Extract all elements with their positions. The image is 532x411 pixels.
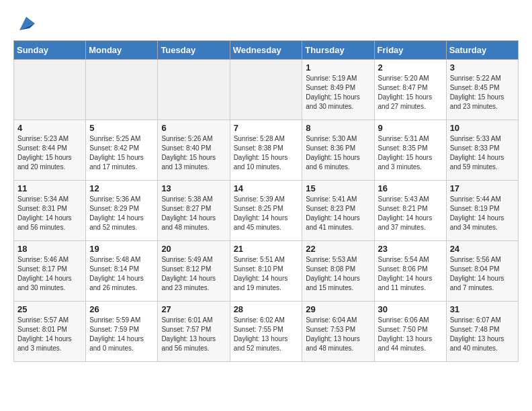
day-cell: 28Sunrise: 6:02 AM Sunset: 7:55 PM Dayli…	[230, 302, 302, 362]
day-number: 22	[306, 244, 370, 254]
day-cell: 6Sunrise: 5:26 AM Sunset: 8:40 PM Daylig…	[158, 120, 230, 181]
day-number: 19	[89, 244, 154, 254]
day-number: 17	[450, 183, 515, 193]
day-number: 5	[89, 123, 154, 133]
day-cell: 14Sunrise: 5:39 AM Sunset: 8:25 PM Dayli…	[230, 181, 302, 241]
day-info: Sunrise: 6:02 AM Sunset: 7:55 PM Dayligh…	[234, 316, 299, 353]
day-number: 6	[161, 123, 226, 133]
day-cell: 21Sunrise: 5:51 AM Sunset: 8:10 PM Dayli…	[230, 241, 302, 302]
weekday-header-friday: Friday	[374, 41, 446, 60]
day-cell	[86, 60, 158, 120]
day-cell: 11Sunrise: 5:34 AM Sunset: 8:31 PM Dayli…	[14, 181, 86, 241]
day-cell: 8Sunrise: 5:30 AM Sunset: 8:36 PM Daylig…	[302, 120, 374, 181]
weekday-header-sunday: Sunday	[14, 41, 86, 60]
day-number: 29	[306, 304, 370, 314]
day-number: 23	[378, 244, 443, 254]
day-info: Sunrise: 5:44 AM Sunset: 8:19 PM Dayligh…	[450, 195, 515, 232]
day-info: Sunrise: 5:25 AM Sunset: 8:42 PM Dayligh…	[89, 134, 154, 172]
day-cell: 31Sunrise: 6:07 AM Sunset: 7:48 PM Dayli…	[446, 302, 518, 362]
day-info: Sunrise: 5:36 AM Sunset: 8:29 PM Dayligh…	[89, 195, 154, 232]
day-cell: 3Sunrise: 5:22 AM Sunset: 8:45 PM Daylig…	[446, 60, 518, 120]
day-number: 4	[17, 123, 82, 133]
day-cell	[230, 60, 302, 120]
day-info: Sunrise: 5:57 AM Sunset: 8:01 PM Dayligh…	[17, 316, 82, 353]
day-number: 27	[161, 304, 226, 314]
day-number: 7	[234, 123, 299, 133]
day-cell: 13Sunrise: 5:38 AM Sunset: 8:27 PM Dayli…	[158, 181, 230, 241]
logo	[13, 13, 36, 34]
day-cell: 12Sunrise: 5:36 AM Sunset: 8:29 PM Dayli…	[86, 181, 158, 241]
day-number: 21	[234, 244, 299, 254]
day-info: Sunrise: 6:04 AM Sunset: 7:53 PM Dayligh…	[306, 316, 370, 353]
weekday-header-saturday: Saturday	[446, 41, 518, 60]
day-info: Sunrise: 5:22 AM Sunset: 8:45 PM Dayligh…	[450, 74, 515, 111]
day-number: 9	[378, 123, 443, 133]
day-cell: 18Sunrise: 5:46 AM Sunset: 8:17 PM Dayli…	[14, 241, 86, 302]
day-info: Sunrise: 6:01 AM Sunset: 7:57 PM Dayligh…	[161, 316, 226, 353]
weekday-header-tuesday: Tuesday	[158, 41, 230, 60]
day-number: 12	[89, 183, 154, 193]
day-cell: 9Sunrise: 5:31 AM Sunset: 8:35 PM Daylig…	[374, 120, 446, 181]
calendar-table: SundayMondayTuesdayWednesdayThursdayFrid…	[13, 40, 519, 362]
day-cell: 29Sunrise: 6:04 AM Sunset: 7:53 PM Dayli…	[302, 302, 374, 362]
day-number: 20	[161, 244, 226, 254]
day-info: Sunrise: 5:31 AM Sunset: 8:35 PM Dayligh…	[378, 134, 443, 172]
day-number: 1	[306, 62, 370, 73]
day-info: Sunrise: 5:56 AM Sunset: 8:04 PM Dayligh…	[450, 255, 515, 293]
day-number: 8	[306, 123, 370, 133]
day-number: 30	[378, 304, 443, 314]
day-info: Sunrise: 5:28 AM Sunset: 8:38 PM Dayligh…	[234, 134, 299, 172]
page-header	[13, 13, 519, 34]
day-cell: 26Sunrise: 5:59 AM Sunset: 7:59 PM Dayli…	[86, 302, 158, 362]
day-number: 18	[17, 244, 82, 254]
day-cell: 15Sunrise: 5:41 AM Sunset: 8:23 PM Dayli…	[302, 181, 374, 241]
day-number: 16	[378, 183, 443, 193]
week-row-5: 25Sunrise: 5:57 AM Sunset: 8:01 PM Dayli…	[14, 302, 519, 362]
day-info: Sunrise: 5:30 AM Sunset: 8:36 PM Dayligh…	[306, 134, 370, 172]
day-info: Sunrise: 5:53 AM Sunset: 8:08 PM Dayligh…	[306, 255, 370, 293]
weekday-header-monday: Monday	[86, 41, 158, 60]
day-cell: 1Sunrise: 5:19 AM Sunset: 8:49 PM Daylig…	[302, 60, 374, 120]
day-info: Sunrise: 5:41 AM Sunset: 8:23 PM Dayligh…	[306, 195, 370, 232]
day-cell: 5Sunrise: 5:25 AM Sunset: 8:42 PM Daylig…	[86, 120, 158, 181]
weekday-header-row: SundayMondayTuesdayWednesdayThursdayFrid…	[14, 41, 519, 60]
day-info: Sunrise: 5:23 AM Sunset: 8:44 PM Dayligh…	[17, 134, 82, 172]
week-row-4: 18Sunrise: 5:46 AM Sunset: 8:17 PM Dayli…	[14, 241, 519, 302]
weekday-header-thursday: Thursday	[302, 41, 374, 60]
day-cell: 25Sunrise: 5:57 AM Sunset: 8:01 PM Dayli…	[14, 302, 86, 362]
day-number: 15	[306, 183, 370, 193]
day-number: 31	[450, 304, 515, 314]
day-cell: 19Sunrise: 5:48 AM Sunset: 8:14 PM Dayli…	[86, 241, 158, 302]
day-info: Sunrise: 5:39 AM Sunset: 8:25 PM Dayligh…	[234, 195, 299, 232]
day-info: Sunrise: 5:26 AM Sunset: 8:40 PM Dayligh…	[161, 134, 226, 172]
day-cell	[158, 60, 230, 120]
day-number: 10	[450, 123, 515, 133]
weekday-header-wednesday: Wednesday	[230, 41, 302, 60]
day-cell: 20Sunrise: 5:49 AM Sunset: 8:12 PM Dayli…	[158, 241, 230, 302]
day-info: Sunrise: 5:54 AM Sunset: 8:06 PM Dayligh…	[378, 255, 443, 293]
day-cell: 16Sunrise: 5:43 AM Sunset: 8:21 PM Dayli…	[374, 181, 446, 241]
day-cell: 22Sunrise: 5:53 AM Sunset: 8:08 PM Dayli…	[302, 241, 374, 302]
day-info: Sunrise: 5:51 AM Sunset: 8:10 PM Dayligh…	[234, 255, 299, 293]
day-info: Sunrise: 6:06 AM Sunset: 7:50 PM Dayligh…	[378, 316, 443, 353]
day-info: Sunrise: 5:48 AM Sunset: 8:14 PM Dayligh…	[89, 255, 154, 293]
day-cell: 17Sunrise: 5:44 AM Sunset: 8:19 PM Dayli…	[446, 181, 518, 241]
week-row-1: 1Sunrise: 5:19 AM Sunset: 8:49 PM Daylig…	[14, 60, 519, 120]
day-info: Sunrise: 6:07 AM Sunset: 7:48 PM Dayligh…	[450, 316, 515, 353]
day-cell: 24Sunrise: 5:56 AM Sunset: 8:04 PM Dayli…	[446, 241, 518, 302]
day-cell: 10Sunrise: 5:33 AM Sunset: 8:33 PM Dayli…	[446, 120, 518, 181]
day-number: 26	[89, 304, 154, 314]
day-number: 28	[234, 304, 299, 314]
day-info: Sunrise: 5:38 AM Sunset: 8:27 PM Dayligh…	[161, 195, 226, 232]
day-number: 2	[378, 62, 443, 73]
day-number: 3	[450, 62, 515, 73]
day-number: 25	[17, 304, 82, 314]
logo-icon	[16, 13, 36, 34]
day-info: Sunrise: 5:59 AM Sunset: 7:59 PM Dayligh…	[89, 316, 154, 353]
day-info: Sunrise: 5:33 AM Sunset: 8:33 PM Dayligh…	[450, 134, 515, 172]
day-number: 14	[234, 183, 299, 193]
day-info: Sunrise: 5:20 AM Sunset: 8:47 PM Dayligh…	[378, 74, 443, 111]
day-number: 24	[450, 244, 515, 254]
day-number: 11	[17, 183, 82, 193]
day-info: Sunrise: 5:46 AM Sunset: 8:17 PM Dayligh…	[17, 255, 82, 293]
